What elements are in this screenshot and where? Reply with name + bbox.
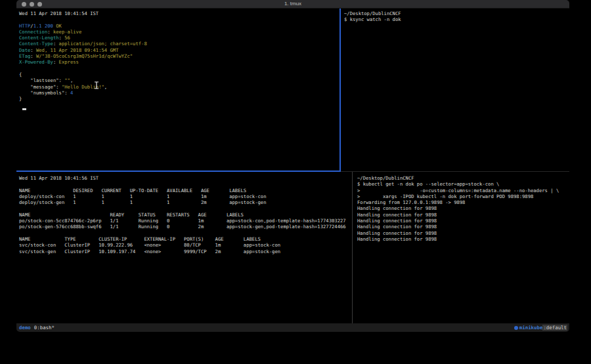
terminal-line: svc/stock-gen ClusterIP 10.109.197.74 <n… <box>19 249 351 254</box>
terminal-line: ~/Desktop/DublinCNCF <box>357 175 568 181</box>
terminal-line: Forwarding from 127.0.0.1:9898 -> 9898 <box>357 199 568 205</box>
terminal-line: Content-Length: 56 <box>19 35 338 41</box>
terminal-line: Handling connection for 9898 <box>357 224 568 230</box>
terminal-line: $ ksync watch -n dok <box>344 16 568 22</box>
ibeam-mouse-cursor <box>94 81 99 89</box>
terminal-line <box>19 16 338 22</box>
terminal-line: { <box>19 71 338 77</box>
terminal-line: "lastseen": "", <box>19 77 338 83</box>
terminal-line <box>19 205 351 211</box>
terminal-line: Date: Wed, 11 Apr 2018 09:41:54 GMT <box>19 47 338 53</box>
kube-context-status: minikube :default <box>514 325 567 331</box>
kube-context-name: minikube <box>519 325 543 331</box>
terminal-line: > -o=custom-columns=:metadata.name --no-… <box>357 188 568 193</box>
pane-kubectl-get[interactable]: Wed 11 Apr 2018 10:41:56 ISTNAME DESIRED… <box>16 172 352 323</box>
kubernetes-helm-icon <box>514 326 518 330</box>
pane-border-horizontal[interactable] <box>341 171 569 172</box>
pane-ksync-watch[interactable]: ~/Desktop/DublinCNCF$ ksync watch -n dok <box>342 9 569 171</box>
active-pane-border-horizontal[interactable] <box>16 171 341 172</box>
window-tab-bash[interactable]: 0:bash* <box>34 325 55 331</box>
tmux-terminal: Wed 11 Apr 2018 10:41:54 ISTHTTP/1.1 200… <box>16 9 569 323</box>
tmux-status-bar: demo 0:bash* minikube :default <box>16 323 569 332</box>
terminal-line: NAME READY STATUS RESTARTS AGE LABELS <box>19 212 351 218</box>
terminal-line: Handling connection for 9898 <box>357 218 568 224</box>
terminal-cursor <box>22 108 26 110</box>
terminal-line: Handling connection for 9898 <box>357 212 568 218</box>
terminal-line: Wed 11 Apr 2018 10:41:54 IST <box>19 10 338 16</box>
terminal-line: NAME TYPE CLUSTER-IP EXTERNAL-IP PORT(S)… <box>19 236 351 242</box>
terminal-line: HTTP/1.1 200 OK <box>19 23 338 29</box>
active-pane-border-vertical[interactable] <box>339 9 341 172</box>
terminal-line: "message": "Hello Dublin!", <box>19 84 338 90</box>
pane-http-response[interactable]: Wed 11 Apr 2018 10:41:54 ISTHTTP/1.1 200… <box>16 9 339 171</box>
session-name: demo <box>19 325 31 331</box>
terminal-line: po/stock-con-5cc874766c-2p6rp 1/1 Runnin… <box>19 218 351 224</box>
pane-port-forward[interactable]: ~/Desktop/DublinCNCF$ kubectl get -n dok… <box>355 172 569 323</box>
terminal-line: deploy/stock-gen 1 1 1 1 2m app=stock-ge… <box>19 199 351 205</box>
terminal-line: po/stock-gen-576cc688bb-swqf6 1/1 Runnin… <box>19 224 351 230</box>
terminal-line <box>19 66 338 71</box>
terminal-line: NAME DESIRED CURRENT UP-TO-DATE AVAILABL… <box>19 188 351 193</box>
desktop: 1. tmux Wed 11 Apr 2018 10:41:54 ISTHTTP… <box>0 0 591 364</box>
terminal-line: Wed 11 Apr 2018 10:41:56 IST <box>19 175 351 181</box>
terminal-line: X-Powered-By: Express <box>19 59 338 65</box>
terminal-line: "numsymbols": 4 <box>19 90 338 96</box>
terminal-line <box>19 230 351 236</box>
terminal-line: $ kubectl get -n dok po --selector=app=s… <box>357 181 568 187</box>
terminal-line: > xargs -IPOD kubectl -n dok port-forwar… <box>357 193 568 199</box>
window-title: 1. tmux <box>16 1 569 7</box>
terminal-window: 1. tmux Wed 11 Apr 2018 10:41:54 ISTHTTP… <box>16 0 569 332</box>
terminal-line: Content-Type: application/json; charset=… <box>19 41 338 47</box>
terminal-line: Connection: keep-alive <box>19 29 338 35</box>
terminal-line: Handling connection for 9898 <box>357 236 568 242</box>
pane-border-vertical[interactable] <box>352 172 353 323</box>
kube-namespace: :default <box>542 325 567 331</box>
terminal-line <box>19 181 351 187</box>
terminal-line: Handling connection for 9898 <box>357 205 568 211</box>
window-titlebar[interactable]: 1. tmux <box>16 0 569 9</box>
terminal-line: ~/Desktop/DublinCNCF <box>344 10 568 16</box>
terminal-line: svc/stock-con ClusterIP 10.99.222.96 <no… <box>19 242 351 248</box>
terminal-line: Handling connection for 9898 <box>357 230 568 236</box>
terminal-line: deploy/stock-con 1 1 1 1 1m app=stock-co… <box>19 193 351 199</box>
terminal-line: } <box>19 96 338 102</box>
terminal-line: ETag: W/"38-O5coCsrg3mQ75sHr1d/qcWTwYZc" <box>19 53 338 59</box>
